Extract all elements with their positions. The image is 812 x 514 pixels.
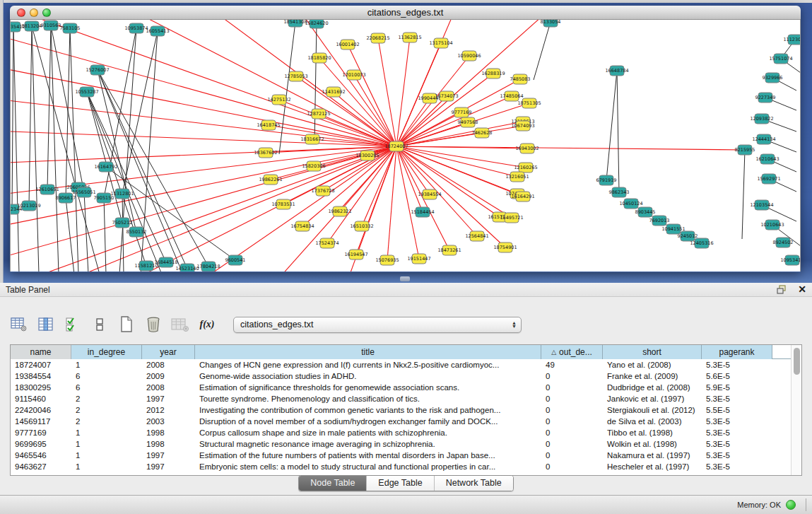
graph-node-13175104[interactable]: 13175104 [429,38,452,48]
graph-node-16943002[interactable]: 16943002 [515,144,539,153]
table-row[interactable]: 969969511998Structural magnetic resonanc… [11,438,801,450]
table-row[interactable]: 946362711997Embryonic stem cells: a mode… [11,461,801,472]
graph-node-11123054[interactable]: 11123054 [783,35,801,45]
zoom-window-button[interactable] [42,8,51,17]
graph-node-18367602[interactable]: 18367602 [254,148,277,158]
graph-node-19862321[interactable]: 19862321 [328,206,351,216]
graph-node-12785053[interactable]: 12785053 [284,71,307,81]
graph-node-10953413[interactable]: 10953413 [780,255,801,265]
show-columns-button[interactable] [37,315,55,334]
column-header-year[interactable]: year [142,345,195,359]
graph-node-18185820[interactable]: 18185820 [307,53,331,63]
graph-node-18541308[interactable]: 18541308 [283,20,307,27]
table-row[interactable]: 977716911998Corpus callosum shape and si… [11,427,801,438]
graph-node-10590046[interactable]: 10590046 [457,51,481,61]
function-builder-button[interactable]: f(x) [198,315,216,334]
graph-node-12610651[interactable]: 12610651 [35,185,59,194]
graph-node-7462628[interactable]: 7462628 [472,128,493,138]
graph-node-15076935[interactable]: 15076935 [375,255,399,265]
table-row[interactable]: 2242004622012Investigating the contribut… [11,404,801,416]
graph-node-16194547[interactable]: 16194547 [344,250,367,259]
graph-node-9600541[interactable]: 9600541 [225,255,246,265]
graph-node-9310563[interactable]: 9310563 [41,21,61,30]
graph-node-15276007[interactable]: 15276007 [86,65,109,75]
graph-node-17524374[interactable]: 17524374 [315,238,339,248]
graph-node-12160265[interactable]: 12160265 [514,163,537,173]
graph-node-8550132[interactable]: 8550132 [126,227,147,237]
graph-node-22068215[interactable]: 22068215 [366,33,389,43]
graph-node-9329966[interactable]: 9329966 [763,73,783,83]
graph-node-16288319[interactable]: 16288319 [481,69,505,78]
column-header-name[interactable]: name [11,345,71,359]
graph-node-11362815[interactable]: 11362815 [398,33,421,42]
graph-node-13216051[interactable]: 13216051 [505,172,529,182]
graph-node-19862261[interactable]: 19862261 [259,175,282,185]
graph-node-8215955[interactable]: 8215955 [735,145,755,155]
graph-node-15820306[interactable]: 15820306 [302,161,325,171]
graph-node-18754901[interactable]: 18754901 [493,243,517,252]
network-window-titlebar[interactable]: citations_edges.txt [10,6,801,20]
graph-node-16648784[interactable]: 16648784 [605,66,628,76]
column-header-out_de[interactable]: △out_de... [541,345,603,359]
graph-node-11431692[interactable]: 11431692 [322,87,345,97]
graph-node-7505212[interactable]: 7505212 [112,218,133,228]
graph-node-19151447[interactable]: 19151447 [407,254,430,264]
close-panel-icon[interactable]: ✕ [798,285,806,294]
table-select-dropdown[interactable]: citations_edges.txt ▲▼ [233,317,522,333]
graph-node-10953874[interactable]: 10953874 [124,23,148,33]
graph-node-6791919[interactable]: 6791919 [596,175,617,185]
graph-node-7692013[interactable]: 7692013 [649,216,670,226]
graph-node-7583105[interactable]: 7583105 [60,23,81,33]
graph-node-18473261[interactable]: 18473261 [437,245,461,255]
graph-node-12564841[interactable]: 12564841 [465,231,488,241]
column-header-title[interactable]: title [195,345,541,359]
minimize-window-button[interactable] [30,8,38,17]
float-window-icon[interactable] [777,285,788,294]
graph-node-8133054[interactable]: 8133054 [541,20,561,27]
vertical-scrollbar[interactable] [791,345,801,475]
tab-network-table[interactable]: Network Table [434,476,513,491]
graph-node-9862343[interactable]: 9862343 [609,187,630,197]
splitter-handle[interactable] [400,276,410,281]
graph-node-16754834[interactable]: 16754834 [290,221,314,231]
graph-node-16001402[interactable]: 16001402 [336,40,359,49]
graph-node-10210643[interactable]: 10210643 [760,220,784,230]
graph-node-18751305[interactable]: 18751305 [517,98,541,108]
tab-node-table[interactable]: Node Table [299,476,366,491]
graph-node-12093822[interactable]: 12093822 [750,114,773,124]
row-cards-button[interactable] [90,315,109,334]
table-mode-button[interactable] [10,315,28,334]
table-row[interactable]: 1938455462009Genome-wide association stu… [11,370,801,382]
graph-node-16418745[interactable]: 16418745 [257,120,280,130]
tab-edge-table[interactable]: Edge Table [366,476,433,491]
graph-node-9777169[interactable]: 9777169 [452,107,472,117]
graph-node-8924502[interactable]: 8924502 [773,238,794,247]
graph-node-7485083[interactable]: 7485083 [510,74,531,84]
table-row[interactable]: 1830029562008Estimation of significance … [11,382,801,393]
table-row[interactable]: 1872400712008Changes of HCN gene express… [11,359,801,370]
network-view-window[interactable]: citations_edges.txt 18724007169430021211… [10,6,801,272]
graph-node-9497568[interactable]: 9497568 [458,117,478,127]
graph-node-16164792[interactable]: 16164792 [94,162,117,172]
table-row[interactable]: 946554611997Estimation of the future num… [11,450,801,461]
graph-node-8903445[interactable]: 8903445 [635,207,656,217]
table-row[interactable]: 911546021997Tourette syndrome. Phenomeno… [11,393,801,404]
graph-node-15751074[interactable]: 15751074 [769,54,792,64]
network-canvas[interactable]: 1872400716943002121106131748506416288319… [10,20,801,271]
select-rows-button[interactable] [64,315,82,334]
import-table-button-disabled[interactable] [171,315,189,334]
graph-node-9227349[interactable]: 9227349 [755,93,776,103]
column-header-short[interactable]: short [603,345,702,359]
graph-node-17010073[interactable]: 17010073 [342,70,365,80]
scrollbar-thumb[interactable] [794,348,800,375]
graph-node-19384554[interactable]: 19384554 [418,189,441,199]
graph-node-15824620[interactable]: 15824620 [305,20,328,28]
table-row[interactable]: 1456911722003Disruption of a novel membe… [11,416,801,427]
graph-node-10553287[interactable]: 10553287 [75,87,98,97]
graph-node-15184454[interactable]: 15184454 [411,207,434,217]
new-column-button[interactable] [117,315,136,334]
close-window-button[interactable] [17,8,25,17]
delete-column-button[interactable] [144,315,163,334]
graph-node-8813204[interactable]: 8813204 [22,21,42,31]
column-header-pagerank[interactable]: pagerank [702,345,772,359]
